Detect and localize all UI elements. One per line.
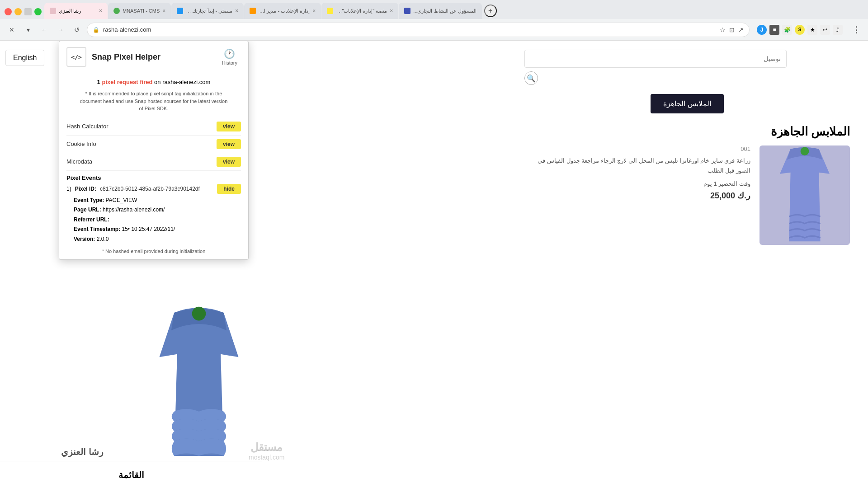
tab-title-3: منصتي - إبدأ تجارتك الإلكتروني... xyxy=(186,8,232,14)
back-btn[interactable]: ← xyxy=(38,23,51,36)
ext-back[interactable]: ↩ xyxy=(820,25,830,35)
hash-calc-label: Hash Calculator xyxy=(66,123,217,130)
timestamp-value: 15• 10:25:47 2022/11/ xyxy=(122,226,175,232)
tab-ads[interactable]: إدارة الإعلانات - مدير الإعلانات... × xyxy=(244,3,321,19)
tab-mnasati2[interactable]: منصتي - إبدأ تجارتك الإلكتروني... × xyxy=(171,3,244,19)
ext-j[interactable]: J xyxy=(757,25,767,35)
section-title: الملابس الجاهزة xyxy=(506,118,868,141)
site-search-input[interactable] xyxy=(524,50,787,68)
menu-label: القائمة xyxy=(118,469,144,480)
history-icon: 🕐 xyxy=(224,48,235,59)
popup-body: 1 pixel request fired on rasha-alenezi.c… xyxy=(59,73,248,259)
tab-favicon-2 xyxy=(113,8,120,14)
version-row: Version: 2.0.0 xyxy=(74,235,241,244)
close-window-btn[interactable]: ✕ xyxy=(5,23,18,36)
tab-title-6: المسؤول عن النشاط التجاري... xyxy=(413,8,476,14)
toolbar: ✕ ▾ ← → ↺ 🔒 rasha-alenezi.com ☆ ⊡ ↗ J ■ … xyxy=(0,19,868,41)
bottom-menu-bar: القائمة xyxy=(0,461,262,488)
more-btn[interactable]: ▾ xyxy=(22,23,34,36)
pixel-index: 1) xyxy=(66,186,71,192)
product-image xyxy=(760,145,850,245)
pixel-note: * It is recommended to place pixel scrip… xyxy=(66,90,241,113)
main-content: 🔍 الملابس الجاهزة الملابس الجاهزة xyxy=(0,41,868,488)
page-url-row: Page URL: https://rasha-alenezi.com/ xyxy=(74,205,241,215)
search-icon[interactable]: 🔍 xyxy=(524,71,538,85)
microdata-row: Microdata view xyxy=(66,153,241,171)
product-card: 001 زراعة فري سايز خام اورغانزا تلبس من … xyxy=(506,141,868,249)
mostaql-watermark: مستقل mostaql.com xyxy=(249,441,284,461)
restore-btn[interactable]: □ xyxy=(24,8,32,15)
pixel-events-section: Pixel Events 1) Pixel ID: c817c2b0-5012-… xyxy=(66,174,241,254)
pixel-hide-btn[interactable]: hide xyxy=(217,184,241,194)
browser-window: ✕ − □ + رشا العنزي × MNASATI - CMS × منص… xyxy=(0,0,868,488)
minimize-btn[interactable]: − xyxy=(14,8,22,15)
hash-calc-view-btn[interactable]: view xyxy=(217,122,241,131)
website-content: 🔍 الملابس الجاهزة الملابس الجاهزة xyxy=(506,41,868,488)
address-text: rasha-alenezi.com xyxy=(103,26,716,33)
ext-puzzle[interactable]: 🧩 xyxy=(782,25,792,35)
page-url-value: https://rasha-alenezi.com/ xyxy=(103,206,165,213)
event-type-value: PAGE_VIEW xyxy=(105,197,137,203)
history-label: History xyxy=(222,60,237,66)
timestamp-label: Event Timestamp: xyxy=(74,226,120,232)
snap-pixel-popup: </> Snap Pixel Helper 🕐 History 1 pixel … xyxy=(59,41,249,260)
cookie-info-view-btn[interactable]: view xyxy=(217,139,241,149)
version-label: Version: xyxy=(74,236,95,242)
blue-dress-svg xyxy=(149,303,249,461)
close-btn[interactable]: ✕ xyxy=(5,8,12,15)
cookie-info-label: Cookie Info xyxy=(66,141,217,147)
pixel-on-text: on xyxy=(154,79,160,85)
tab-close-4[interactable]: × xyxy=(312,8,316,14)
reload-btn[interactable]: ↺ xyxy=(71,23,83,36)
tab-favicon-4 xyxy=(250,8,256,14)
product-price: ر.ك 25,000 xyxy=(524,191,750,201)
bookmark-icon[interactable]: ☆ xyxy=(720,26,726,33)
pixel-id-row: 1) Pixel ID: c817c2b0-5012-485a-af2b-79a… xyxy=(66,184,241,194)
ext-square[interactable]: ■ xyxy=(769,25,779,35)
extension-icons: J ■ 🧩 S ★ ↩ ⤴ xyxy=(753,25,846,35)
more-options-btn[interactable]: ⋮ xyxy=(850,23,863,36)
event-type-label: Event Type: xyxy=(74,197,104,203)
product-info: 001 زراعة فري سايز خام اورغانزا تلبس من … xyxy=(524,145,750,245)
tab-strip: رشا العنزي × MNASATI - CMS × منصتي - إبد… xyxy=(44,3,868,19)
pixel-domain-val: rasha-alenezi.com xyxy=(162,79,210,85)
address-bar[interactable]: 🔒 rasha-alenezi.com ☆ ⊡ ↗ xyxy=(87,23,750,37)
cast-icon: ⊡ xyxy=(729,26,735,33)
tab-ads2[interactable]: منصة "إدارة الإعلانات" على ... × xyxy=(321,3,398,19)
english-language-btn[interactable]: English xyxy=(5,50,44,66)
tab-title-2: MNASATI - CMS xyxy=(123,8,160,14)
ready-clothes-btn[interactable]: الملابس الجاهزة xyxy=(651,94,723,113)
window-controls: ✕ − □ + xyxy=(5,8,44,19)
pixel-id-value: c817c2b0-5012-485a-af2b-79a3c90142df xyxy=(100,186,213,192)
tab-favicon-3 xyxy=(177,8,183,14)
ext-snap[interactable]: S xyxy=(795,25,805,35)
tab-title-4: إدارة الإعلانات - مدير الإعلانات... xyxy=(259,8,310,14)
tab-close-1[interactable]: × xyxy=(99,8,102,14)
pixel-fired-text: pixel request fired xyxy=(102,79,154,85)
event-type-row: Event Type: PAGE_VIEW xyxy=(74,196,241,206)
ext-forward[interactable]: ⤴ xyxy=(833,25,843,35)
tab-favicon-1 xyxy=(50,8,56,14)
tab-title-1: رشا العنزي xyxy=(59,8,96,14)
svg-point-0 xyxy=(801,147,809,155)
tab-rasha[interactable]: رشا العنزي × xyxy=(44,3,108,19)
blue-dress-overlay xyxy=(149,303,249,461)
new-tab-button[interactable]: + xyxy=(484,5,497,17)
tab-close-5[interactable]: × xyxy=(390,8,393,14)
tab-close-3[interactable]: × xyxy=(235,8,238,14)
maximize-btn[interactable]: + xyxy=(34,8,42,15)
tab-business[interactable]: المسؤول عن النشاط التجاري... xyxy=(399,3,481,19)
lock-icon: 🔒 xyxy=(93,27,99,33)
microdata-label: Microdata xyxy=(66,158,217,165)
zoom-icon: ↗ xyxy=(738,26,744,33)
popup-header: </> Snap Pixel Helper 🕐 History xyxy=(59,41,248,73)
history-button[interactable]: 🕐 History xyxy=(218,47,241,67)
snap-logo: </> xyxy=(66,47,86,67)
product-prep: وقت التحضير 1 يوم xyxy=(524,180,750,187)
forward-btn[interactable]: → xyxy=(54,23,67,36)
tab-mnasati[interactable]: MNASATI - CMS × xyxy=(108,3,171,19)
ext-star[interactable]: ★ xyxy=(807,25,817,35)
pixel-count: 1 xyxy=(97,79,100,85)
tab-close-2[interactable]: × xyxy=(162,8,165,14)
microdata-view-btn[interactable]: view xyxy=(217,157,241,167)
